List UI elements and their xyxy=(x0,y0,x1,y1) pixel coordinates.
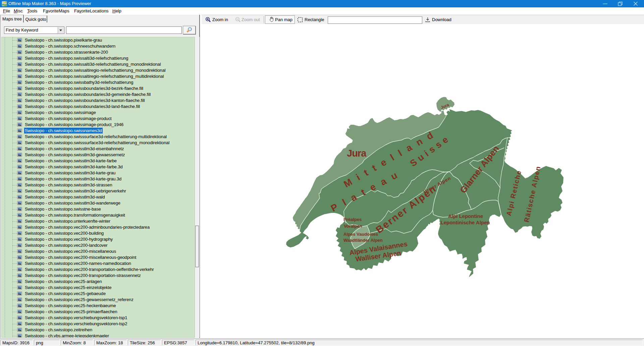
svg-text:Lepontinische Alpen: Lepontinische Alpen xyxy=(441,220,490,225)
svg-text:Jura: Jura xyxy=(347,148,367,159)
svg-text:Voralpen: Voralpen xyxy=(344,224,362,229)
svg-text:Préalpes: Préalpes xyxy=(343,217,362,222)
svg-text:Alpi Lepontine: Alpi Lepontine xyxy=(448,213,483,219)
svg-text:Alpes Vaudoises: Alpes Vaudoises xyxy=(343,232,378,237)
svg-text:Waadtländer Alpen: Waadtländer Alpen xyxy=(343,238,383,243)
